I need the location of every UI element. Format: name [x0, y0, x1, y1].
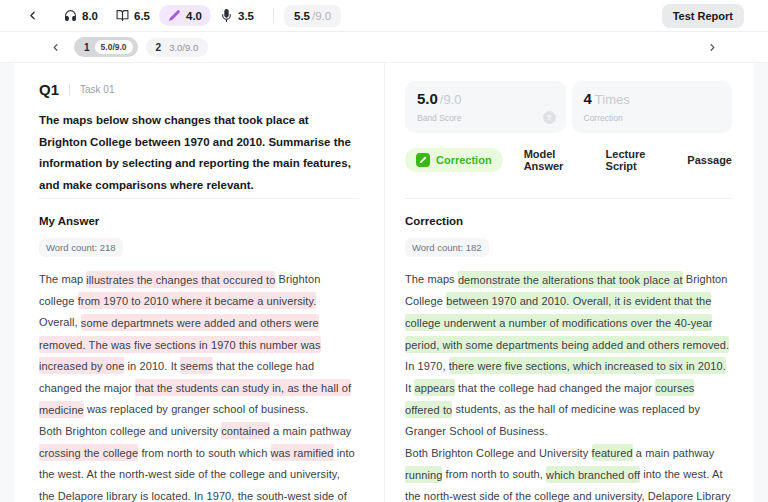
tab-lecture-script[interactable]: Lecture Script: [606, 148, 667, 172]
answer-paragraph: Overall, some departmnets were added and…: [39, 312, 358, 421]
correction-count-card: 4Times Correction: [572, 81, 733, 133]
chevron-left-icon: [50, 42, 61, 53]
tab-model-answer[interactable]: Model Answer: [524, 148, 585, 172]
correction-pen-icon: [416, 153, 430, 167]
my-answer-title: My Answer: [39, 215, 358, 227]
correction-count-row: 4Times: [584, 90, 721, 108]
band-score-card: 5.0/9.0 Band Score ?: [405, 81, 566, 133]
task-label: Task 01: [80, 84, 114, 95]
question-tab-1[interactable]: 1 5.0/9.0: [74, 37, 138, 57]
task-prompt: The maps below show changes that took pl…: [39, 110, 358, 196]
question-number: 1: [84, 42, 90, 53]
plain-text: that the college had changed the major: [455, 382, 655, 394]
correction-highlight: crossing the college: [39, 444, 138, 461]
plain-text: Both Brighton College and University: [405, 447, 592, 459]
main-panel: Q1 Task 01 The maps below show changes t…: [14, 63, 754, 502]
correction-highlight: featured: [592, 444, 633, 461]
correction-count-label: Correction: [584, 113, 721, 123]
overall-score: 5.5 /9.0: [284, 5, 341, 27]
tab-passage[interactable]: Passage: [687, 154, 732, 166]
plain-text: a main pathway: [633, 447, 715, 459]
headphones-icon: [64, 9, 77, 22]
plain-text: from north to south,: [442, 468, 546, 480]
tab-label: Correction: [436, 154, 492, 166]
score-summary-section: 5.0/9.0 Band Score ? 4Times Correction: [405, 63, 732, 199]
pencil-icon: [168, 9, 181, 22]
score-value: 8.0: [82, 10, 98, 22]
question-tab-2[interactable]: 2 3.0/9.0: [146, 38, 209, 57]
correction-count-unit: Times: [595, 92, 630, 107]
question-next-button[interactable]: [707, 42, 718, 53]
plain-text: The map: [39, 273, 86, 285]
score-writing[interactable]: 4.0: [159, 5, 211, 26]
score-value: 4.0: [186, 10, 202, 22]
band-score-row: 5.0/9.0: [417, 90, 554, 108]
plain-text: Both Brighton college and university: [39, 425, 221, 437]
score-listening[interactable]: 8.0: [55, 5, 107, 26]
my-answer-column: Q1 Task 01 The maps below show changes t…: [14, 63, 384, 502]
score-value: 3.5: [238, 10, 254, 22]
overall-score-value: 5.5: [294, 10, 310, 22]
correction-highlight: was ramified: [271, 444, 334, 461]
tab-correction[interactable]: Correction: [405, 148, 503, 172]
answer-paragraph: The map illustrates the changes that occ…: [39, 269, 358, 312]
plain-text: a main pathway: [270, 425, 352, 437]
chevron-right-icon: [707, 42, 718, 53]
plain-text: In 1970,: [405, 360, 449, 372]
word-count-badge: Word count: 218: [39, 238, 123, 257]
correction-title: Correction: [405, 215, 732, 227]
band-score-label: Band Score: [417, 113, 554, 123]
overall-score-max: /9.0: [312, 10, 331, 22]
answer-paragraph: Both Brighton college and university con…: [39, 421, 358, 502]
question-score-badge: 5.0/9.0: [95, 40, 133, 54]
question-number: 2: [156, 42, 162, 53]
word-count-badge: Word count: 182: [405, 238, 489, 257]
plain-text: The maps: [405, 273, 458, 285]
correction-highlight: from 1970 to 2010 where it became a univ…: [78, 292, 317, 309]
back-button[interactable]: [26, 9, 39, 22]
question-label: Q1: [39, 81, 59, 98]
correction-highlight: illustrates the changes that occured to: [86, 271, 275, 288]
book-icon: [116, 9, 129, 22]
score-value: 6.5: [134, 10, 150, 22]
correction-highlight: which branched off: [546, 466, 640, 483]
divider: [69, 84, 70, 96]
correction-highlight: seems: [180, 357, 213, 374]
score-cards: 5.0/9.0 Band Score ? 4Times Correction: [405, 81, 732, 133]
correction-tabs: Correction Model Answer Lecture Script P…: [405, 148, 732, 172]
plain-text: in 2010. It: [124, 360, 180, 372]
correction-highlight: contained: [221, 422, 270, 439]
top-bar: 8.0 6.5 4.0 3.5 5.5 /9.0 Test Report: [0, 0, 768, 32]
divider: [273, 8, 274, 23]
question-prev-button[interactable]: [50, 42, 61, 53]
help-icon[interactable]: ?: [543, 111, 556, 124]
correction-highlight: appears: [414, 379, 454, 396]
chevron-left-icon: [26, 9, 39, 22]
test-report-button[interactable]: Test Report: [662, 4, 744, 28]
plain-text: from north to south which: [138, 447, 270, 459]
score-reading[interactable]: 6.5: [107, 5, 159, 26]
my-answer-text: The map illustrates the changes that occ…: [39, 269, 358, 502]
answer-paragraph: Both Brighton College and University fea…: [405, 443, 732, 502]
band-score-value: 5.0: [417, 90, 438, 107]
question-score: 3.0/9.0: [169, 42, 198, 53]
mic-icon: [220, 9, 233, 22]
plain-text: Overall,: [39, 316, 81, 328]
correction-highlight: there were five sections, which increase…: [449, 357, 726, 374]
correction-body: Correction Word count: 182 The maps demo…: [405, 199, 732, 502]
band-score-max: /9.0: [440, 92, 462, 107]
correction-highlight: running: [405, 466, 442, 483]
score-speaking[interactable]: 3.5: [211, 5, 263, 26]
correction-column: 5.0/9.0 Band Score ? 4Times Correction: [384, 63, 754, 502]
question-header-section: Q1 Task 01 The maps below show changes t…: [39, 63, 358, 199]
answer-paragraph: The maps demonstrate the alterations tha…: [405, 269, 732, 443]
plain-text: was replaced by granger school of busine…: [84, 403, 309, 415]
my-answer-body: My Answer Word count: 218 The map illust…: [39, 199, 358, 502]
correction-text: The maps demonstrate the alterations tha…: [405, 269, 732, 502]
correction-count-value: 4: [584, 90, 592, 107]
question-header: Q1 Task 01: [39, 81, 358, 98]
question-nav: 1 5.0/9.0 2 3.0/9.0: [0, 32, 768, 63]
correction-highlight: between 1970 and 2010. Overall, it is ev…: [405, 292, 729, 352]
correction-highlight: demonstrate the alterations that took pl…: [458, 271, 683, 288]
